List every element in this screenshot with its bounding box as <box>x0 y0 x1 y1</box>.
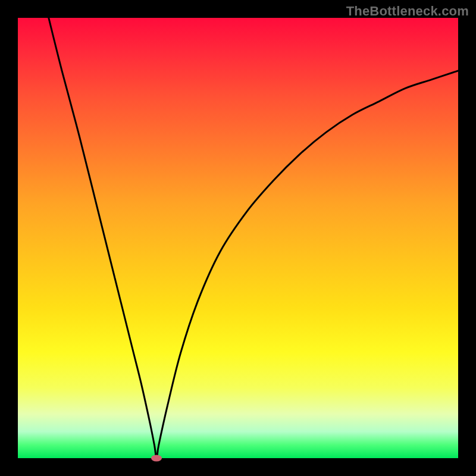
attribution-text: TheBottleneck.com <box>346 4 469 19</box>
plot-area <box>18 18 458 458</box>
curve-layer <box>18 18 458 458</box>
chart-frame: TheBottleneck.com <box>0 0 476 476</box>
bottleneck-curve <box>49 18 458 458</box>
min-marker <box>151 455 162 462</box>
